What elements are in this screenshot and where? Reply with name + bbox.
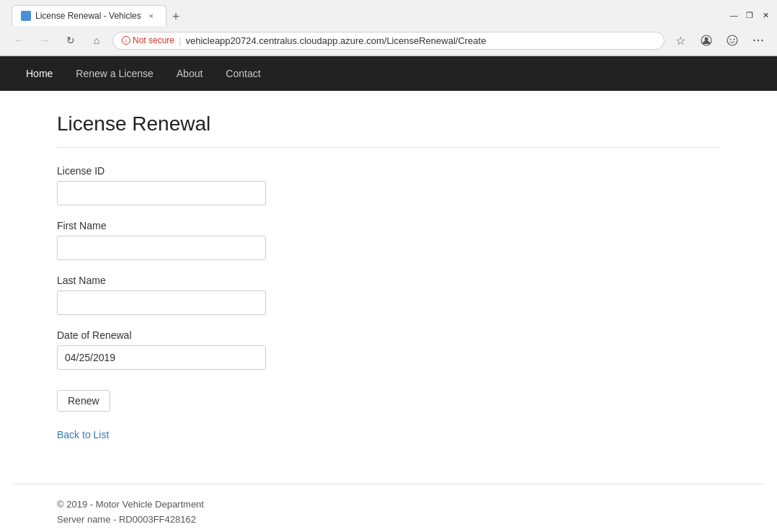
menu-icon — [752, 35, 764, 46]
first-name-input[interactable] — [57, 236, 266, 260]
svg-point-3 — [705, 37, 709, 41]
nav-renew[interactable]: Renew a License — [64, 58, 164, 89]
renew-button[interactable]: Renew — [57, 390, 110, 412]
browser-action-1[interactable] — [696, 30, 716, 50]
tab-close-btn[interactable]: × — [146, 10, 157, 22]
browser-tab[interactable]: License Renewal - Vehicles × — [12, 5, 166, 26]
date-label: Date of Renewal — [57, 329, 720, 341]
window-controls: — ❐ ✕ — [728, 9, 771, 21]
security-indicator: i Not secure — [122, 35, 174, 45]
title-bar: License Renewal - Vehicles × + — ❐ ✕ — [0, 0, 777, 26]
tab-title: License Renewal - Vehicles — [35, 11, 141, 21]
license-id-label: License ID — [57, 165, 720, 177]
emoji-icon — [727, 35, 738, 46]
info-icon: i — [122, 36, 130, 45]
nav-about[interactable]: About — [165, 58, 215, 89]
tab-bar: License Renewal - Vehicles × + — [6, 5, 191, 26]
license-id-input[interactable] — [57, 181, 266, 205]
page-footer: © 2019 - Motor Vehicle Department Server… — [14, 484, 763, 532]
first-name-group: First Name — [57, 220, 720, 260]
not-secure-label: Not secure — [133, 35, 174, 45]
footer-server: Server name - RD0003FF428162 — [57, 514, 720, 525]
bookmark-button[interactable]: ☆ — [670, 30, 691, 50]
forward-button[interactable]: → — [35, 30, 55, 50]
browser-action-2[interactable] — [722, 30, 742, 50]
refresh-button[interactable]: ↻ — [61, 30, 81, 50]
page-title: License Renewal — [57, 112, 720, 136]
svg-point-6 — [734, 39, 735, 40]
nav-home[interactable]: Home — [14, 58, 64, 89]
home-button[interactable]: ⌂ — [86, 30, 107, 50]
minimize-button[interactable]: — — [728, 9, 740, 21]
last-name-input[interactable] — [57, 291, 266, 315]
footer-copyright: © 2019 - Motor Vehicle Department — [57, 499, 720, 510]
title-divider — [57, 147, 720, 148]
site-navigation: Home Renew a License About Contact — [0, 56, 777, 91]
back-to-list-link[interactable]: Back to List — [57, 429, 109, 440]
svg-point-9 — [761, 40, 763, 41]
first-name-label: First Name — [57, 220, 720, 231]
profile-icon — [701, 35, 712, 46]
date-input[interactable] — [57, 345, 266, 370]
svg-text:i: i — [125, 37, 127, 44]
back-button[interactable]: ← — [9, 30, 29, 50]
nav-contact[interactable]: Contact — [214, 58, 272, 89]
restore-button[interactable]: ❐ — [744, 9, 755, 21]
url-divider: | — [179, 35, 181, 46]
tab-favicon — [21, 11, 31, 21]
address-bar: ← → ↻ ⌂ i Not secure | vehicleapp20724.c… — [0, 26, 777, 56]
last-name-label: Last Name — [57, 275, 720, 286]
license-id-group: License ID — [57, 165, 720, 205]
date-group: Date of Renewal — [57, 329, 720, 370]
page-content: License Renewal License ID First Name La… — [14, 91, 763, 484]
browser-chrome: License Renewal - Vehicles × + — ❐ ✕ ← →… — [0, 0, 777, 56]
settings-button[interactable] — [748, 30, 768, 50]
close-window-button[interactable]: ✕ — [760, 9, 771, 21]
last-name-group: Last Name — [57, 275, 720, 315]
svg-point-8 — [758, 40, 759, 41]
svg-point-5 — [730, 39, 732, 40]
svg-point-4 — [727, 35, 737, 45]
new-tab-button[interactable]: + — [166, 7, 186, 26]
url-bar[interactable]: i Not secure | vehicleapp20724.centralus… — [112, 32, 665, 50]
url-text: vehicleapp20724.centralus.cloudapp.azure… — [185, 35, 486, 46]
svg-point-7 — [753, 40, 755, 41]
